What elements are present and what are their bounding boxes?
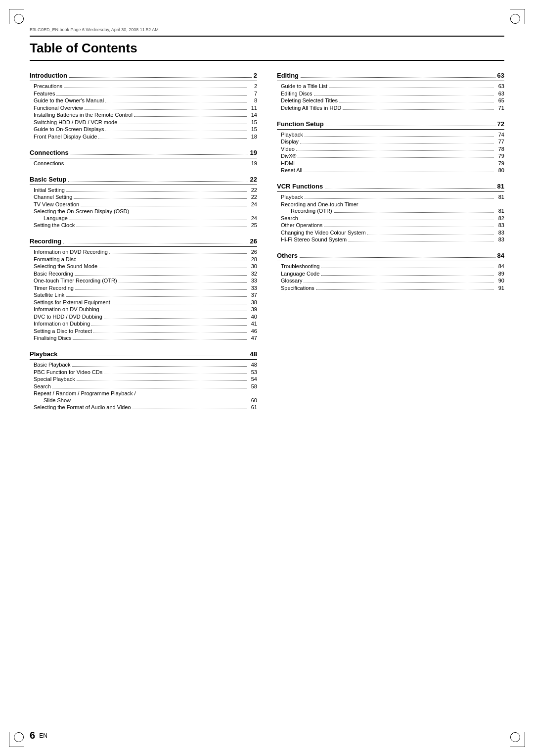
toc-item: Repeat / Random / Programme Playback /: [30, 390, 257, 396]
toc-item-page: 25: [248, 222, 257, 228]
top-rule: [30, 36, 504, 37]
section-heading: Function Setup: [277, 120, 324, 128]
toc-item-page: 83: [495, 222, 504, 228]
section-title: Recording26: [30, 237, 257, 247]
toc-item-page: 81: [495, 208, 504, 214]
toc-item-page: 26: [248, 249, 257, 255]
toc-item-label: HDMI: [281, 160, 295, 166]
toc-item-label: DivX®: [281, 153, 296, 159]
toc-item-page: 63: [495, 91, 504, 96]
toc-item: Language24: [30, 215, 257, 222]
toc-item-label: Search: [34, 383, 51, 389]
toc-item-page: 83: [495, 236, 504, 242]
section-heading: Recording: [30, 237, 61, 245]
toc-item-label: Glossary: [281, 278, 302, 284]
toc-item: Editing Discs63: [277, 91, 504, 97]
toc-item-page: 65: [495, 97, 504, 103]
toc-item: Troubleshooting84: [277, 263, 504, 270]
toc-item-page: 33: [248, 285, 257, 291]
toc-item: Basic Recording32: [30, 271, 257, 277]
toc-item: One-touch Timer Recording (OTR)33: [30, 278, 257, 284]
toc-item-label: Language Code: [281, 271, 319, 277]
toc-item-label: Switching HDD / DVD / VCR mode: [34, 119, 117, 125]
toc-item-label: Recording (OTR): [291, 208, 332, 214]
toc-item-label: Guide to the Owner's Manual: [34, 97, 104, 103]
toc-item-page: 15: [248, 119, 257, 125]
toc-item: Connections19: [30, 160, 257, 167]
toc-item-page: 39: [248, 306, 257, 312]
toc-item-page: 41: [248, 321, 257, 327]
toc-item-label: Basic Playback: [34, 362, 71, 368]
toc-item-page: 37: [248, 292, 257, 298]
toc-item: Guide to a Title List63: [277, 83, 504, 90]
toc-item-page: 71: [495, 105, 504, 111]
section-title: Editing63: [277, 72, 504, 81]
toc-item-label: PBC Function for Video CDs: [34, 369, 102, 375]
circle-mark-br: [510, 732, 520, 742]
footer-lang: EN: [39, 732, 47, 739]
toc-item: Search58: [30, 383, 257, 390]
toc-item: Playback74: [277, 132, 504, 138]
toc-item-label: Guide to a Title List: [281, 83, 327, 89]
toc-item: Recording (OTR)81: [277, 208, 504, 214]
toc-item-label: Setting a Disc to Protect: [34, 328, 92, 334]
toc-item: Video78: [277, 146, 504, 152]
toc-item: Information on DVD Recording26: [30, 249, 257, 255]
section-page-number: 84: [497, 252, 504, 259]
toc-item-label: Timer Recording: [34, 285, 74, 291]
toc-item: Slide Show60: [30, 397, 257, 404]
toc-item-label: TV View Operation: [34, 201, 79, 207]
toc-item-label: Deleting All Titles in HDD: [281, 105, 341, 111]
toc-item: Specifications91: [277, 285, 504, 291]
toc-item-page: 80: [495, 167, 504, 173]
toc-item-page: 30: [248, 263, 257, 269]
toc-section: Function Setup72Playback74Display77Video…: [277, 120, 504, 174]
section-title: Playback48: [30, 350, 257, 360]
toc-item-label: Language: [44, 215, 68, 221]
toc-item-page: 82: [495, 215, 504, 221]
toc-item: Guide to the Owner's Manual8: [30, 97, 257, 104]
toc-item: Features7: [30, 91, 257, 97]
toc-item-page: 40: [248, 314, 257, 320]
toc-item-label: Playback: [281, 132, 303, 138]
section-heading: Connections: [30, 149, 69, 156]
circle-mark-bl: [14, 732, 24, 742]
toc-item: Finalising Discs47: [30, 335, 257, 341]
header-text: E3LG0ED_EN.book Page 6 Wednesday, April …: [30, 27, 159, 32]
toc-item-page: 54: [248, 376, 257, 382]
toc-item: Settings for External Equipment38: [30, 299, 257, 306]
toc-item-label: Precautions: [34, 83, 62, 89]
toc-item: Playback81: [277, 194, 504, 200]
toc-section: Basic Setup22Initial Setting22Channel Se…: [30, 176, 257, 229]
section-title: Others84: [277, 252, 504, 261]
toc-item: Deleting All Titles in HDD71: [277, 105, 504, 111]
toc-item-page: 22: [248, 194, 257, 200]
toc-item-page: 58: [248, 383, 257, 389]
section-page-number: 72: [497, 120, 504, 128]
page-title: Table of Contents: [30, 41, 504, 61]
toc-item-page: 46: [248, 328, 257, 334]
toc-item-page: 28: [248, 256, 257, 262]
toc-item-label: Other Operations: [281, 222, 322, 228]
toc-section: Editing63Guide to a Title List63Editing …: [277, 72, 504, 111]
toc-item: Search82: [277, 215, 504, 222]
toc-item-label: Installing Batteries in the Remote Contr…: [34, 112, 133, 118]
toc-item-page: 48: [248, 362, 257, 368]
toc-item-label: Selecting the On-Screen Display (OSD): [34, 208, 129, 214]
toc-item: Recording and One-touch Timer: [277, 201, 504, 207]
toc-item: Information on Dubbing41: [30, 321, 257, 327]
toc-section: Playback48Basic Playback48PBC Function f…: [30, 350, 257, 411]
section-page-number: 22: [250, 176, 257, 183]
toc-item: PBC Function for Video CDs53: [30, 369, 257, 376]
toc-item-page: 79: [495, 160, 504, 166]
toc-item-page: 89: [495, 271, 504, 277]
toc-item-label: Playback: [281, 194, 303, 200]
toc-item-page: 47: [248, 335, 257, 341]
toc-item: Front Panel Display Guide18: [30, 134, 257, 140]
toc-item: Selecting the Format of Audio and Video6…: [30, 404, 257, 411]
toc-item-label: Repeat / Random / Programme Playback /: [34, 390, 136, 396]
toc-item-label: Channel Setting: [34, 194, 72, 200]
toc-item-label: Troubleshooting: [281, 263, 319, 269]
toc-item-label: Special Playback: [34, 376, 75, 382]
toc-item: Other Operations83: [277, 222, 504, 229]
